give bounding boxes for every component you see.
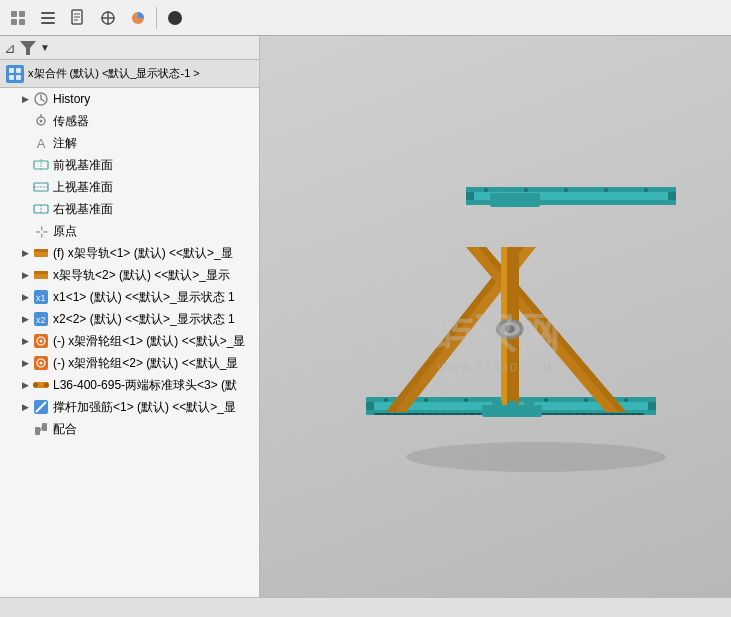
svg-rect-58 <box>648 402 656 410</box>
tree-item-strut[interactable]: ▶ 撑杆加强筋<1> (默认) <<默认>_显 <box>0 396 259 418</box>
tree-item-sub1[interactable]: ▶ (-) x架滑轮组<1> (默认) <<默认>_显 <box>0 330 259 352</box>
toggle-rail1[interactable]: ▶ <box>18 246 32 260</box>
svg-rect-2 <box>11 19 17 25</box>
assembly-header: x架合件 (默认) <默认_显示状态-1 > <box>0 60 259 88</box>
filter-funnel-icon <box>20 41 36 55</box>
page-button[interactable] <box>64 4 92 32</box>
list-view-button[interactable] <box>34 4 62 32</box>
svg-rect-127 <box>492 401 502 417</box>
tree-item-plane-top[interactable]: 上视基准面 <box>0 176 259 198</box>
sensor-icon <box>32 112 50 130</box>
sensor-label: 传感器 <box>53 113 89 130</box>
svg-point-113 <box>604 188 608 192</box>
tree-item-note[interactable]: A 注解 <box>0 132 259 154</box>
history-icon <box>32 90 50 108</box>
l36-label: L36-400-695-两端标准球头<3> (默 <box>53 377 237 394</box>
sub2-label: (-) x架滑轮组<2> (默认) <<默认_显 <box>53 355 238 372</box>
svg-point-112 <box>564 188 568 192</box>
tree-item-l36[interactable]: ▶ L36-400-695-两端标准球头<3> (默 <box>0 374 259 396</box>
tree-item-origin[interactable]: ⊹ 原点 <box>0 220 259 242</box>
svg-rect-34 <box>34 271 48 274</box>
svg-rect-32 <box>34 249 48 252</box>
toggle-origin <box>18 224 32 238</box>
circle-button[interactable] <box>161 4 189 32</box>
status-bar <box>0 597 731 617</box>
svg-point-65 <box>624 398 628 402</box>
toggle-history[interactable]: ▶ <box>18 92 32 106</box>
assembly-title: x架合件 (默认) <默认_显示状态-1 > <box>28 66 200 81</box>
svg-point-111 <box>524 188 528 192</box>
svg-rect-128 <box>508 401 518 417</box>
svg-point-63 <box>544 398 548 402</box>
svg-marker-16 <box>20 41 36 55</box>
l36-icon <box>32 376 50 394</box>
toggle-sub1[interactable]: ▶ <box>18 334 32 348</box>
svg-point-60 <box>424 398 428 402</box>
svg-rect-109 <box>668 192 676 200</box>
tree-item-mate[interactable]: 配合 <box>0 418 259 440</box>
tree-item-rail2[interactable]: ▶ x架导轨<2> (默认) <<默认>_显示 <box>0 264 259 286</box>
strut-icon <box>32 398 50 416</box>
svg-point-44 <box>40 362 43 365</box>
assembly-icon <box>6 65 24 83</box>
left-panel: ⊿ ▼ x架合件 (默认) <默认_显示状态-1 > ▶ <box>0 36 260 597</box>
svg-rect-3 <box>19 19 25 25</box>
svg-point-53 <box>406 442 666 472</box>
plane-front-label: 前视基准面 <box>53 157 113 174</box>
toggle-note <box>18 136 32 150</box>
plane-top-icon <box>32 178 50 196</box>
svg-rect-108 <box>466 192 474 200</box>
origin-label: 原点 <box>53 223 77 240</box>
tree-item-history[interactable]: ▶ History <box>0 88 259 110</box>
toolbar-separator <box>156 7 157 29</box>
svg-rect-130 <box>490 193 540 207</box>
tree-item-x1[interactable]: ▶ x1 x1<1> (默认) <<默认>_显示状态 1 <box>0 286 259 308</box>
svg-point-110 <box>484 188 488 192</box>
sub1-label: (-) x架滑轮组<1> (默认) <<默认>_显 <box>53 333 245 350</box>
toggle-strut[interactable]: ▶ <box>18 400 32 414</box>
svg-point-46 <box>33 383 38 388</box>
tree-item-sensor[interactable]: 传感器 <box>0 110 259 132</box>
rail2-icon <box>32 266 50 284</box>
svg-point-15 <box>168 11 182 25</box>
note-label: 注解 <box>53 135 77 152</box>
toggle-rail2[interactable]: ▶ <box>18 268 32 282</box>
svg-rect-50 <box>35 427 40 435</box>
svg-point-41 <box>40 340 43 343</box>
svg-point-61 <box>464 398 468 402</box>
svg-rect-0 <box>11 11 17 17</box>
x2-label: x2<2> (默认) <<默认>_显示状态 1 <box>53 311 235 328</box>
svg-rect-4 <box>41 12 55 14</box>
toggle-plane-top <box>18 180 32 194</box>
main-area: ⊿ ▼ x架合件 (默认) <默认_显示状态-1 > ▶ <box>0 36 731 597</box>
svg-point-23 <box>40 120 43 123</box>
filter-dropdown[interactable]: ▼ <box>40 42 50 53</box>
plane-right-icon <box>32 200 50 218</box>
tree-item-plane-right[interactable]: 右视基准面 <box>0 198 259 220</box>
sub2-icon <box>32 354 50 372</box>
toggle-plane-right <box>18 202 32 216</box>
svg-point-47 <box>44 383 49 388</box>
tree-item-x2[interactable]: ▶ x2 x2<2> (默认) <<默认>_显示状态 1 <box>0 308 259 330</box>
svg-rect-19 <box>9 75 14 80</box>
history-label: History <box>53 92 90 106</box>
toggle-x2[interactable]: ▶ <box>18 312 32 326</box>
svg-line-52 <box>40 427 42 431</box>
pie-button[interactable] <box>124 4 152 32</box>
origin-icon: ⊹ <box>32 222 50 240</box>
svg-text:x1: x1 <box>36 293 46 303</box>
x1-icon: x1 <box>32 288 50 306</box>
toggle-sub2[interactable]: ▶ <box>18 356 32 370</box>
svg-rect-20 <box>16 75 21 80</box>
tree-item-rail1[interactable]: ▶ (f) x架导轨<1> (默认) <<默认>_显 <box>0 242 259 264</box>
toolbar <box>0 0 731 36</box>
home-button[interactable] <box>4 4 32 32</box>
x1-label: x1<1> (默认) <<默认>_显示状态 1 <box>53 289 235 306</box>
crosshair-button[interactable] <box>94 4 122 32</box>
tree-item-sub2[interactable]: ▶ (-) x架滑轮组<2> (默认) <<默认_显 <box>0 352 259 374</box>
tree-item-plane-front[interactable]: 前视基准面 <box>0 154 259 176</box>
svg-rect-51 <box>42 423 47 431</box>
3d-viewport[interactable]: 屿双网 WWW.YSS3D.COM <box>260 36 731 597</box>
toggle-l36[interactable]: ▶ <box>18 378 32 392</box>
toggle-x1[interactable]: ▶ <box>18 290 32 304</box>
